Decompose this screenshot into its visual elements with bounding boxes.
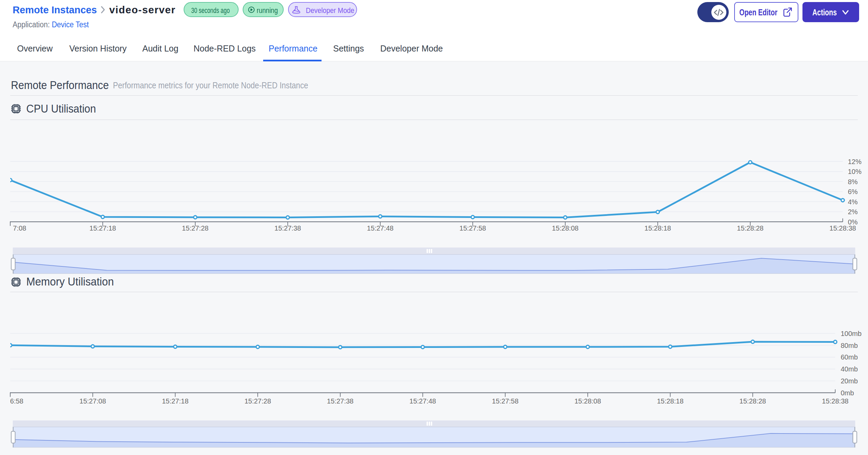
svg-text:80mb: 80mb: [841, 342, 858, 349]
svg-text:15:27:38: 15:27:38: [327, 397, 354, 405]
svg-text:15:27:18: 15:27:18: [162, 397, 188, 405]
svg-text:60mb: 60mb: [841, 353, 858, 361]
svg-text:6%: 6%: [848, 188, 858, 195]
svg-text:15:27:28: 15:27:28: [182, 224, 209, 232]
svg-text:15:28:08: 15:28:08: [552, 224, 579, 232]
svg-text:100mb: 100mb: [841, 330, 862, 337]
svg-text:15:28:28: 15:28:28: [737, 224, 764, 232]
svg-text:12%: 12%: [848, 158, 862, 165]
svg-text:15:28:28: 15:28:28: [739, 397, 766, 405]
svg-text:6:58: 6:58: [10, 397, 24, 405]
svg-text:40mb: 40mb: [841, 365, 858, 373]
svg-text:15:28:08: 15:28:08: [574, 397, 601, 405]
svg-text:15:27:08: 15:27:08: [80, 397, 106, 405]
svg-text:15:27:58: 15:27:58: [459, 224, 486, 232]
svg-text:15:28:18: 15:28:18: [644, 224, 671, 232]
svg-text:15:27:48: 15:27:48: [367, 224, 394, 232]
svg-text:15:28:38: 15:28:38: [829, 224, 856, 232]
svg-text:15:27:58: 15:27:58: [492, 397, 518, 405]
svg-text:15:27:38: 15:27:38: [274, 224, 301, 232]
svg-text:15:27:18: 15:27:18: [89, 224, 116, 232]
svg-text:15:28:38: 15:28:38: [822, 397, 849, 405]
svg-text:0mb: 0mb: [841, 389, 854, 397]
svg-text:2%: 2%: [848, 208, 858, 216]
svg-text:20mb: 20mb: [841, 377, 858, 385]
svg-text:15:28:18: 15:28:18: [657, 397, 684, 405]
svg-text:10%: 10%: [848, 168, 862, 175]
svg-text:15:27:48: 15:27:48: [410, 397, 436, 405]
svg-text:15:27:28: 15:27:28: [244, 397, 271, 405]
svg-text:8%: 8%: [848, 178, 858, 186]
svg-text:4%: 4%: [848, 198, 858, 206]
svg-text:7:08: 7:08: [13, 224, 26, 232]
